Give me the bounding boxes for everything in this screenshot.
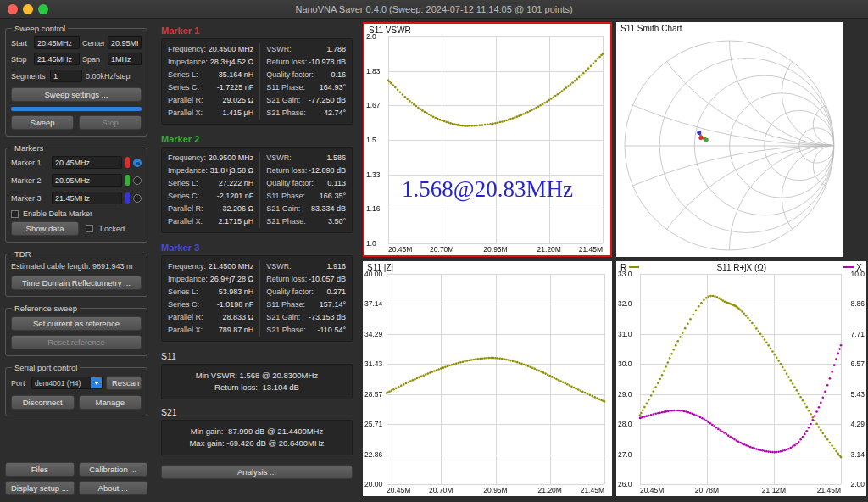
s11-smith-canvas[interactable] bbox=[616, 22, 843, 257]
manage-button[interactable]: Manage bbox=[79, 395, 142, 410]
field-value: -1.7225 nF bbox=[217, 81, 254, 94]
chart-s11-z[interactable]: S11 |Z| bbox=[363, 261, 612, 496]
marker-data-row: S11 Phase:157.14° bbox=[266, 298, 346, 311]
marker-frequency-input[interactable] bbox=[52, 156, 122, 169]
chart-s11-vswr[interactable]: S11 VSWR 1.568@20.83MHz bbox=[363, 22, 612, 257]
field-value: -2.1201 nF bbox=[217, 190, 254, 203]
marker-select-radio[interactable] bbox=[133, 194, 142, 203]
marker-color-swatch[interactable] bbox=[125, 157, 130, 168]
s11-z-canvas[interactable] bbox=[363, 261, 612, 496]
field-label: Impedance: bbox=[168, 273, 208, 286]
charts-grid: S11 VSWR 1.568@20.83MHz S11 Smith Chart … bbox=[359, 19, 868, 502]
enable-delta-marker-label: Enable Delta Marker bbox=[23, 209, 92, 218]
minimize-button[interactable] bbox=[23, 4, 33, 14]
field-label: VSWR: bbox=[266, 260, 292, 273]
marker-color-swatch[interactable] bbox=[125, 192, 130, 204]
span-input[interactable] bbox=[108, 53, 142, 65]
field-label: S21 Gain: bbox=[266, 311, 300, 324]
zoom-button[interactable] bbox=[38, 4, 48, 14]
sweep-settings-button[interactable]: Sweep settings ... bbox=[11, 87, 142, 102]
field-label: Series L: bbox=[168, 69, 198, 81]
field-value: 1.916 bbox=[326, 260, 346, 273]
marker-select-radio[interactable] bbox=[133, 159, 142, 167]
field-value: 1.586 bbox=[326, 152, 346, 165]
center-input[interactable] bbox=[108, 36, 142, 49]
marker-data-row: Impedance:28.3+j4.52 Ω bbox=[168, 56, 253, 69]
field-value: 27.222 nH bbox=[219, 177, 254, 190]
set-reference-button[interactable]: Set current as reference bbox=[11, 316, 142, 331]
s21-max-gain-text: Max gain: -69.426 dB @ 20.6400MHz bbox=[165, 438, 348, 449]
sweep-progress-bar bbox=[11, 107, 142, 111]
chart-s11-smith[interactable]: S11 Smith Chart bbox=[616, 22, 843, 257]
locked-label: Locked bbox=[100, 225, 125, 233]
port-select[interactable]: dem4001 (H4) bbox=[31, 376, 103, 389]
field-label: S21 Phase: bbox=[266, 324, 306, 337]
field-value: 26.9+j7.28 Ω bbox=[210, 273, 254, 286]
marker-data-row: Quality factor:0.113 bbox=[266, 177, 346, 190]
field-value: 35.164 nH bbox=[219, 69, 254, 81]
files-button[interactable]: Files bbox=[5, 462, 75, 477]
s21-min-gain-text: Min gain: -87.999 dB @ 21.4400MHz bbox=[165, 426, 348, 438]
analysis-button[interactable]: Analysis ... bbox=[161, 465, 353, 479]
marker-frequency-input[interactable] bbox=[52, 174, 122, 187]
tdr-button[interactable]: Time Domain Reflectometry ... bbox=[11, 276, 142, 290]
chart-s11-rjx[interactable]: R S11 R+jX (Ω) X bbox=[616, 261, 866, 496]
field-label: S21 Gain: bbox=[266, 203, 300, 215]
marker-color-swatch[interactable] bbox=[125, 175, 130, 186]
field-label: Impedance: bbox=[168, 165, 208, 177]
marker-data-row: Series C:-2.1201 nF bbox=[168, 190, 253, 203]
center-label: Center bbox=[82, 39, 105, 47]
disconnect-button[interactable]: Disconnect bbox=[11, 395, 75, 410]
close-button[interactable] bbox=[8, 4, 18, 14]
start-input[interactable] bbox=[34, 36, 80, 49]
sweep-button[interactable]: Sweep bbox=[11, 115, 74, 130]
stop-button[interactable]: Stop bbox=[79, 115, 142, 130]
stop-input[interactable] bbox=[34, 53, 80, 65]
sweep-progress-fill bbox=[11, 107, 142, 111]
segments-input[interactable] bbox=[50, 70, 82, 82]
display-setup-button[interactable]: Display setup ... bbox=[5, 481, 75, 495]
field-label: VSWR: bbox=[266, 152, 292, 165]
marker-data-row: S21 Gain:-77.250 dB bbox=[266, 94, 346, 107]
field-label: S11 Phase: bbox=[266, 81, 305, 94]
rescan-button[interactable]: Rescan bbox=[106, 376, 142, 390]
show-data-button[interactable]: Show data bbox=[11, 221, 79, 236]
start-label: Start bbox=[11, 39, 31, 47]
field-label: Parallel X: bbox=[168, 215, 203, 228]
field-label: Parallel R: bbox=[168, 203, 203, 215]
marker-data-column: Marker 1Frequency:20.4500 MHzImpedance:2… bbox=[153, 19, 359, 502]
markers-group: Markers Marker 1Marker 2Marker 3 Enable … bbox=[5, 148, 147, 243]
marker-data-row: S21 Phase:42.74° bbox=[266, 107, 346, 120]
field-label: S21 Phase: bbox=[266, 107, 306, 120]
marker-data-row: Impedance:26.9+j7.28 Ω bbox=[168, 273, 253, 286]
field-label: Parallel R: bbox=[168, 311, 203, 324]
marker-detail-title: Marker 1 bbox=[161, 25, 353, 36]
s21-summary-title: S21 bbox=[161, 407, 353, 417]
sweep-control-group: Sweep control Start Center Stop Span Seg… bbox=[5, 28, 147, 137]
smith-chart-cell: S11 Smith Chart bbox=[616, 22, 866, 257]
field-value: 32.206 Ω bbox=[222, 203, 253, 215]
field-label: Quality factor: bbox=[266, 177, 314, 190]
s11-vswr-canvas[interactable] bbox=[364, 24, 610, 255]
marker-frequency-input[interactable] bbox=[52, 192, 122, 204]
marker-select-radio[interactable] bbox=[133, 176, 142, 185]
field-value: 166.35° bbox=[320, 190, 346, 203]
about-button[interactable]: About ... bbox=[79, 481, 148, 495]
s11-rjx-canvas[interactable] bbox=[616, 261, 866, 496]
window-title: NanoVNA Saver 0.4.0 (Sweep: 2024-07-12 1… bbox=[0, 0, 868, 19]
field-value: 157.14° bbox=[320, 298, 346, 311]
marker-data-row: Return loss:-10.978 dB bbox=[266, 56, 346, 69]
reference-sweep-group: Reference sweep Set current as reference… bbox=[5, 308, 147, 356]
calibration-button[interactable]: Calibration ... bbox=[79, 462, 148, 477]
enable-delta-marker-checkbox[interactable] bbox=[11, 210, 19, 218]
field-label: Frequency: bbox=[168, 152, 206, 165]
marker-detail-title: Marker 3 bbox=[161, 243, 353, 253]
serial-port-group: Serial port control Port dem4001 (H4) Re… bbox=[5, 367, 147, 416]
tdr-group: TDR Estimated cable length: 9891.943 m T… bbox=[5, 254, 147, 297]
reset-reference-button[interactable]: Reset reference bbox=[11, 335, 142, 349]
marker-data-row: VSWR:1.586 bbox=[266, 152, 346, 165]
marker-data-row: Parallel R:28.833 Ω bbox=[168, 311, 253, 324]
marker-label: Marker 2 bbox=[11, 176, 48, 185]
locked-checkbox[interactable] bbox=[86, 225, 93, 232]
marker-label: Marker 3 bbox=[11, 194, 48, 203]
